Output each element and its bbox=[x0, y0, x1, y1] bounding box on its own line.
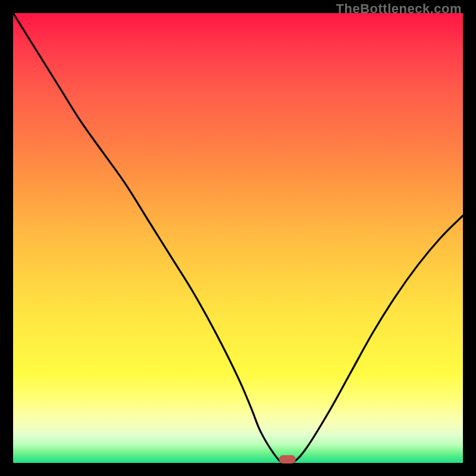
bottleneck-curve bbox=[13, 13, 463, 463]
optimum-marker bbox=[279, 455, 296, 464]
plot-area bbox=[13, 13, 463, 463]
chart-frame: TheBottleneck.com bbox=[0, 0, 476, 476]
watermark-text: TheBottleneck.com bbox=[336, 1, 462, 17]
